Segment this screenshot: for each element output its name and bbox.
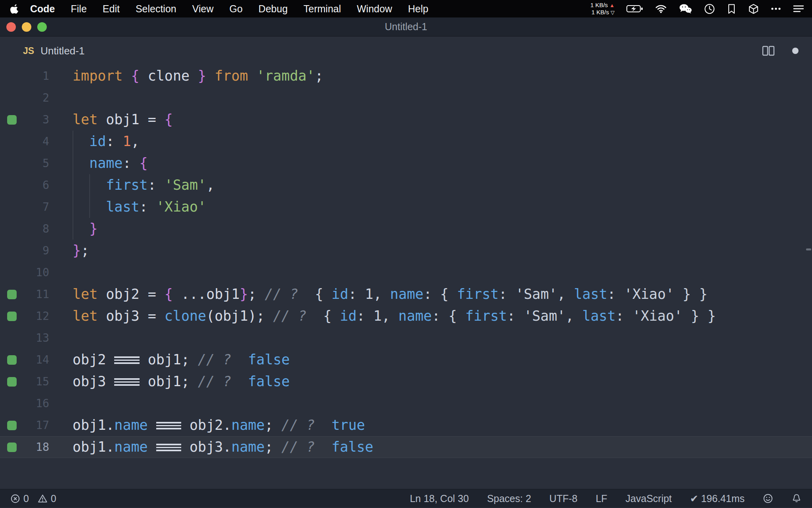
- tab-untitled-1[interactable]: Untitled-1: [40, 45, 84, 57]
- clock-icon[interactable]: [704, 4, 715, 14]
- code-text[interactable]: let obj1 = {: [49, 109, 812, 131]
- code-text[interactable]: [49, 262, 812, 283]
- code-line-16[interactable]: 16: [0, 393, 812, 414]
- code-text[interactable]: first: 'Sam',: [49, 174, 812, 196]
- status-quokka-time[interactable]: ✔ 196.41ms: [690, 493, 745, 504]
- code-line-14[interactable]: 14obj2 obj1; // ? false: [0, 349, 812, 371]
- code-text[interactable]: [49, 87, 812, 109]
- gutter-marker-cell: [0, 262, 22, 283]
- battery-charging-icon[interactable]: [626, 4, 643, 13]
- zoom-button[interactable]: [37, 22, 47, 32]
- menu-item-selection[interactable]: Selection: [128, 3, 184, 15]
- box-icon[interactable]: [748, 4, 759, 14]
- code-line-1[interactable]: 1import { clone } from 'ramda';: [0, 65, 812, 87]
- indent-guide: [89, 174, 90, 196]
- gutter-marker-cell: [0, 131, 22, 152]
- code-line-15[interactable]: 15obj3 obj1; // ? false: [0, 371, 812, 393]
- javascript-file-icon: JS: [23, 46, 34, 56]
- window-title: Untitled-1: [0, 21, 812, 33]
- code-line-8[interactable]: 8 }: [0, 218, 812, 240]
- code-text[interactable]: }: [49, 218, 812, 240]
- notifications-bell-icon[interactable]: [791, 493, 802, 504]
- code-line-11[interactable]: 11let obj2 = { ...obj1}; // ? { id: 1, n…: [0, 283, 812, 305]
- code-line-13[interactable]: 13: [0, 327, 812, 349]
- close-button[interactable]: [6, 22, 16, 32]
- menu-item-go[interactable]: Go: [222, 3, 251, 15]
- code-line-17[interactable]: 17obj1.name obj2.name; // ? true: [0, 414, 812, 436]
- gutter-marker-cell: [0, 196, 22, 218]
- split-editor-icon[interactable]: [762, 45, 775, 56]
- network-speed-indicator[interactable]: 1 KB/s▲ 1 KB/s▽: [590, 2, 615, 16]
- code-text[interactable]: name: {: [49, 152, 812, 174]
- status-cursor-position[interactable]: Ln 18, Col 30: [410, 493, 469, 504]
- gutter-marker-cell: [0, 152, 22, 174]
- menu-item-edit[interactable]: Edit: [95, 3, 128, 15]
- code-line-10[interactable]: 10: [0, 262, 812, 283]
- unsaved-indicator[interactable]: [792, 48, 799, 54]
- menu-bar: CodeFileEditSelectionViewGoDebugTerminal…: [0, 0, 812, 17]
- code-text[interactable]: [49, 327, 812, 349]
- window-title-bar[interactable]: Untitled-1: [0, 17, 812, 37]
- feedback-smiley-icon[interactable]: [763, 493, 773, 504]
- menu-item-file[interactable]: File: [63, 3, 95, 15]
- code-text[interactable]: obj3 obj1; // ? false: [49, 371, 812, 393]
- ellipsis-icon[interactable]: [771, 7, 781, 11]
- code-line-12[interactable]: 12let obj3 = clone(obj1); // ? { id: 1, …: [0, 305, 812, 327]
- editor[interactable]: 1import { clone } from 'ramda';23let obj…: [0, 65, 812, 489]
- code-text[interactable]: obj2 obj1; // ? false: [49, 349, 812, 371]
- code-text[interactable]: let obj2 = { ...obj1}; // ? { id: 1, nam…: [49, 283, 812, 305]
- code-text[interactable]: id: 1,: [49, 131, 812, 152]
- wifi-icon[interactable]: [655, 4, 667, 13]
- code-text[interactable]: import { clone } from 'ramda';: [49, 65, 812, 87]
- code-text[interactable]: };: [49, 240, 812, 262]
- code-line-18[interactable]: 18obj1.name obj3.name; // ? false: [0, 436, 812, 458]
- code-line-6[interactable]: 6 first: 'Sam',: [0, 174, 812, 196]
- minimize-button[interactable]: [22, 22, 31, 32]
- status-encoding[interactable]: UTF-8: [550, 493, 578, 504]
- apple-menu-icon[interactable]: [10, 4, 19, 14]
- bookmark-icon[interactable]: [727, 4, 736, 14]
- gutter-marker-cell: [0, 393, 22, 414]
- problems-warnings[interactable]: 0: [38, 493, 56, 504]
- line-number: 15: [22, 371, 49, 393]
- code-line-7[interactable]: 7 last: 'Xiao': [0, 196, 812, 218]
- code-text[interactable]: last: 'Xiao': [49, 196, 812, 218]
- line-number: 1: [22, 65, 49, 87]
- menu-item-window[interactable]: Window: [349, 3, 400, 15]
- indent-guide: [73, 196, 73, 218]
- code-text[interactable]: obj1.name obj3.name; // ? false: [49, 436, 812, 458]
- status-eol[interactable]: LF: [596, 493, 607, 504]
- code-line-4[interactable]: 4 id: 1,: [0, 131, 812, 152]
- menu-item-debug[interactable]: Debug: [251, 3, 296, 15]
- menu-item-help[interactable]: Help: [400, 3, 436, 15]
- code-line-2[interactable]: 2: [0, 87, 812, 109]
- overview-ruler-mark[interactable]: [806, 248, 811, 250]
- quokka-line-marker: [7, 421, 17, 430]
- wechat-icon[interactable]: [679, 4, 692, 14]
- menu-item-terminal[interactable]: Terminal: [296, 3, 349, 15]
- gutter-marker-cell: [0, 87, 22, 109]
- quokka-line-marker: [7, 355, 17, 365]
- code-line-9[interactable]: 9};: [0, 240, 812, 262]
- status-bar: 0 0 Ln 18, Col 30Spaces: 2UTF-8LFJavaScr…: [0, 489, 812, 508]
- status-indentation[interactable]: Spaces: 2: [487, 493, 531, 504]
- code-line-3[interactable]: 3let obj1 = {: [0, 109, 812, 131]
- menu-item-view[interactable]: View: [184, 3, 222, 15]
- code-text[interactable]: [49, 393, 812, 414]
- gutter-marker-cell: [0, 174, 22, 196]
- gutter-marker-cell: [0, 283, 22, 305]
- problems-errors[interactable]: 0: [10, 493, 29, 504]
- menu-item-code[interactable]: Code: [22, 3, 63, 15]
- triple-equals-ligature: [156, 422, 181, 429]
- code-line-5[interactable]: 5 name: {: [0, 152, 812, 174]
- traffic-lights: [6, 22, 47, 32]
- download-arrow-icon: ▽: [611, 10, 615, 15]
- list-icon[interactable]: [793, 4, 804, 13]
- code-text[interactable]: obj1.name obj2.name; // ? true: [49, 414, 812, 436]
- editor-actions: [762, 45, 799, 56]
- indent-guide: [73, 152, 73, 174]
- code-text[interactable]: let obj3 = clone(obj1); // ? { id: 1, na…: [49, 305, 812, 327]
- line-number: 16: [22, 393, 49, 414]
- status-language[interactable]: JavaScript: [626, 493, 672, 504]
- warning-count: 0: [51, 493, 56, 504]
